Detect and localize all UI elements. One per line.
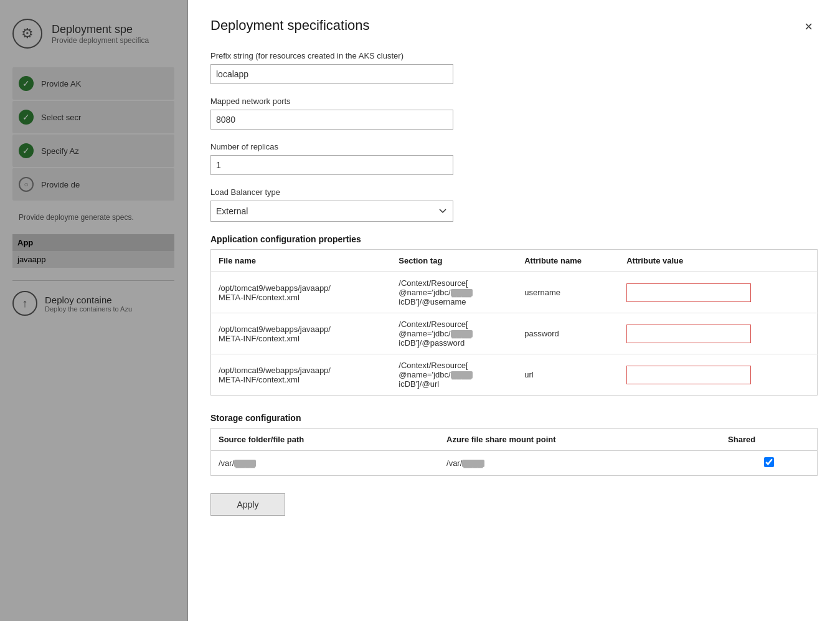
storage-config-title: Storage configuration	[210, 413, 818, 428]
redacted-source: ████	[234, 460, 256, 467]
lb-label: Load Balancer type	[210, 187, 818, 197]
lb-select[interactable]: External Internal None	[210, 201, 453, 222]
lb-field-group: Load Balancer type External Internal Non…	[210, 187, 818, 222]
deployment-modal: Deployment specifications × Prefix strin…	[188, 0, 840, 621]
app-config-row-2-section: /Context/Resource[@name='jdbc/████icDB']…	[391, 313, 517, 354]
prefix-label: Prefix string (for resources created in …	[210, 51, 818, 60]
attr-value-input-2[interactable]	[626, 325, 751, 343]
app-config-row-1-section: /Context/Resource[@name='jdbc/████icDB']…	[391, 272, 517, 313]
replicas-input[interactable]	[210, 155, 453, 175]
storage-config-table: Source folder/file path Azure file share…	[210, 428, 818, 476]
prefix-field-group: Prefix string (for resources created in …	[210, 51, 818, 84]
app-config-row-1-file: /opt/tomcat9/webapps/javaapp/META-INF/co…	[211, 272, 392, 313]
col-mount-point: Azure file share mount point	[439, 429, 720, 451]
app-config-row-3-attr-name: url	[517, 354, 619, 396]
app-config-title: Application configuration properties	[210, 234, 818, 249]
app-config-row-3-attr-value	[619, 354, 817, 396]
storage-row-1-mount: /var/████	[439, 451, 720, 476]
app-config-section: Application configuration properties Fil…	[210, 234, 818, 396]
ports-input[interactable]	[210, 110, 453, 130]
app-config-row-3: /opt/tomcat9/webapps/javaapp/META-INF/co…	[211, 354, 818, 396]
app-config-row-1-attr-value	[619, 272, 817, 313]
col-source-path: Source folder/file path	[211, 429, 440, 451]
storage-row-1-source: /var/████	[211, 451, 440, 476]
close-button[interactable]: ×	[800, 17, 818, 36]
redacted-3: ████	[451, 371, 473, 379]
redacted-mount: ████	[462, 460, 484, 467]
app-config-row-3-section: /Context/Resource[@name='jdbc/████icDB']…	[391, 354, 517, 396]
storage-row-1-shared	[720, 451, 817, 476]
redacted-2: ████	[451, 330, 473, 338]
shared-checkbox[interactable]	[764, 457, 774, 467]
col-attr-value: Attribute value	[619, 250, 817, 272]
col-section-tag: Section tag	[391, 250, 517, 272]
storage-config-section: Storage configuration Source folder/file…	[210, 413, 818, 476]
app-config-row-2-attr-name: password	[517, 313, 619, 354]
app-config-row-1: /opt/tomcat9/webapps/javaapp/META-INF/co…	[211, 272, 818, 313]
replicas-field-group: Number of replicas	[210, 142, 818, 175]
app-config-row-2: /opt/tomcat9/webapps/javaapp/META-INF/co…	[211, 313, 818, 354]
redacted-1: ████	[451, 289, 473, 296]
storage-header-row: Source folder/file path Azure file share…	[211, 429, 818, 451]
col-attr-name: Attribute name	[517, 250, 619, 272]
app-config-row-1-attr-name: username	[517, 272, 619, 313]
app-config-row-2-attr-value	[619, 313, 817, 354]
ports-label: Mapped network ports	[210, 97, 818, 106]
prefix-input[interactable]	[210, 64, 453, 84]
col-shared: Shared	[720, 429, 817, 451]
modal-header: Deployment specifications ×	[210, 17, 818, 36]
app-config-row-2-file: /opt/tomcat9/webapps/javaapp/META-INF/co…	[211, 313, 392, 354]
replicas-label: Number of replicas	[210, 142, 818, 151]
attr-value-input-1[interactable]	[626, 283, 751, 302]
apply-button[interactable]: Apply	[210, 493, 285, 516]
modal-title: Deployment specifications	[210, 17, 370, 34]
ports-field-group: Mapped network ports	[210, 97, 818, 130]
col-file-name: File name	[211, 250, 392, 272]
attr-value-input-3[interactable]	[626, 366, 751, 384]
app-config-table: File name Section tag Attribute name Att…	[210, 249, 818, 396]
app-config-header-row: File name Section tag Attribute name Att…	[211, 250, 818, 272]
app-config-row-3-file: /opt/tomcat9/webapps/javaapp/META-INF/co…	[211, 354, 392, 396]
storage-row-1: /var/████ /var/████	[211, 451, 818, 476]
